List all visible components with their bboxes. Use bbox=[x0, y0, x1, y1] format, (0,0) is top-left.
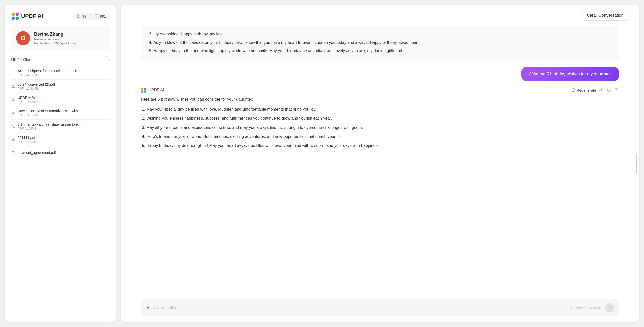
file-meta: PDF · 419.31KB bbox=[18, 140, 101, 144]
file-name: pdf24_converted (2).pdf bbox=[18, 82, 101, 86]
file-name: How to Use AI to Summarize PDF with ... bbox=[18, 109, 101, 113]
thumbs-down-button[interactable] bbox=[607, 88, 611, 92]
ai-response-item: May your special day be filled with love… bbox=[146, 106, 619, 113]
chat-icon bbox=[95, 14, 99, 18]
ai-response-item: Wishing you endless happiness, success, … bbox=[146, 115, 619, 122]
cloud-title: UPDF Cloud bbox=[11, 58, 34, 62]
file-menu-icon[interactable]: ⋮ bbox=[101, 109, 109, 117]
main-area: Clear Conversation my everything. Happy … bbox=[121, 0, 644, 327]
user-card: B Bertha Zhang Personal Account berthazh… bbox=[11, 26, 110, 50]
ai-response-header: UPDF AI Regenerate bbox=[141, 87, 619, 93]
svg-rect-2 bbox=[12, 17, 15, 20]
previous-message-list: my everything. Happy birthday, my love!A… bbox=[148, 31, 612, 54]
file-menu-icon[interactable]: ⋮ bbox=[101, 122, 109, 130]
list-item[interactable]: 2. pdf24_converted (2).pdf PDF · 10.81MB… bbox=[11, 80, 110, 93]
file-menu-icon[interactable]: ⋮ bbox=[101, 149, 109, 156]
list-item[interactable]: 3. UPDF AI Web.pdf PDF · 165.51KB ⋮ bbox=[11, 93, 110, 106]
input-area: ✦ ↵ Send / ⇧↵ Newline bbox=[121, 296, 639, 322]
user-type: Personal Account bbox=[34, 37, 76, 41]
file-menu-icon[interactable]: ⋮ bbox=[101, 83, 109, 90]
send-icon bbox=[607, 306, 611, 310]
logo-text: UPDF AI bbox=[21, 13, 43, 19]
file-number: 7. bbox=[12, 151, 18, 155]
regenerate-icon bbox=[571, 88, 575, 92]
updf-small-icon bbox=[141, 87, 146, 93]
chat-container: Clear Conversation my everything. Happy … bbox=[121, 5, 639, 322]
ai-response-content: Here are 5 birthday wishes you can consi… bbox=[141, 96, 619, 151]
file-name: payment_agreement.pdf bbox=[18, 151, 101, 155]
ai-response-item: Here's to another year of wonderful memo… bbox=[146, 133, 619, 140]
file-number: 6. bbox=[12, 138, 18, 142]
user-email: berthazhang829@gmail.com bbox=[34, 41, 76, 45]
file-info: UPDF AI Web.pdf PDF · 165.51KB bbox=[18, 96, 101, 104]
ai-response-block: UPDF AI Regenerate bbox=[141, 87, 619, 151]
input-hint: ↵ Send / ⇧↵ Newline bbox=[570, 306, 602, 310]
stat-divider bbox=[90, 14, 91, 18]
sidebar-stats: 99 991 bbox=[73, 13, 110, 20]
sidebar-logo: UPDF AI bbox=[11, 12, 43, 20]
svg-rect-10 bbox=[616, 89, 618, 92]
thumbs-up-button[interactable] bbox=[599, 88, 604, 92]
svg-rect-5 bbox=[144, 88, 146, 90]
file-menu-icon[interactable]: ⋮ bbox=[101, 96, 109, 103]
cloud-header: UPDF Cloud + bbox=[11, 56, 110, 63]
file-info: 221111.pdf PDF · 419.31KB bbox=[18, 136, 101, 144]
input-box: ✦ ↵ Send / ⇧↵ Newline bbox=[141, 299, 619, 316]
regenerate-button[interactable]: Regenerate bbox=[571, 88, 596, 92]
file-list: 1. AI_Techniques_for_Detecting_and_Dia..… bbox=[11, 66, 110, 315]
user-bubble: Write me 5 birthday wishes for my daught… bbox=[521, 67, 619, 81]
ai-response-intro: Here are 5 birthday wishes you can consi… bbox=[141, 96, 619, 103]
file-name: AI_Techniques_for_Detecting_and_Dia... bbox=[18, 69, 101, 73]
top-bar: Clear Conversation bbox=[121, 5, 639, 21]
file-name: UPDF AI Web.pdf bbox=[18, 96, 101, 100]
ai-label: UPDF AI bbox=[141, 87, 164, 93]
svg-rect-7 bbox=[144, 90, 146, 92]
send-button[interactable] bbox=[605, 303, 614, 312]
add-cloud-button[interactable]: + bbox=[103, 56, 110, 63]
doc-icon bbox=[77, 14, 81, 18]
svg-rect-6 bbox=[141, 90, 143, 92]
file-info: How to Use AI to Summarize PDF with ... … bbox=[18, 109, 101, 117]
file-meta: PDF · 1.08MB bbox=[18, 127, 101, 130]
svg-rect-9 bbox=[610, 89, 611, 90]
ai-response-item: May all your dreams and aspirations come… bbox=[146, 124, 619, 131]
file-number: 2. bbox=[12, 84, 18, 88]
file-menu-icon[interactable]: ⋮ bbox=[101, 69, 109, 77]
list-item[interactable]: 1. AI_Techniques_for_Detecting_and_Dia..… bbox=[11, 66, 110, 80]
thumbs-up-icon bbox=[599, 88, 604, 92]
sidebar-header: UPDF AI 99 991 bbox=[11, 12, 110, 20]
file-meta: PDF · 143.67KB bbox=[18, 113, 101, 117]
file-info: pdf24_converted (2).pdf PDF · 10.81MB bbox=[18, 82, 101, 90]
file-info: 3.1 - hamza - pdf translate russian to e… bbox=[18, 122, 101, 130]
user-name: Bertha Zhang bbox=[34, 32, 76, 37]
file-number: 1. bbox=[12, 71, 18, 75]
sidebar: UPDF AI 99 991 B bbox=[5, 5, 116, 322]
list-item[interactable]: 5. 3.1 - hamza - pdf translate russian t… bbox=[11, 120, 110, 133]
chat-input[interactable] bbox=[153, 306, 567, 310]
previous-message-item: my everything. Happy birthday, my love! bbox=[153, 31, 612, 37]
file-number: 4. bbox=[12, 111, 18, 115]
chat-area[interactable]: my everything. Happy birthday, my love!A… bbox=[121, 21, 639, 296]
svg-rect-3 bbox=[16, 17, 19, 20]
svg-rect-0 bbox=[12, 13, 15, 16]
file-name: 3.1 - hamza - pdf translate russian to e… bbox=[18, 122, 101, 126]
list-item[interactable]: 6. 221111.pdf PDF · 419.31KB ⋮ bbox=[11, 133, 110, 146]
clear-conversation-button[interactable]: Clear Conversation bbox=[580, 10, 631, 21]
file-meta: PDF · 165.51KB bbox=[18, 100, 101, 104]
file-number: 3. bbox=[12, 98, 18, 102]
user-message: Write me 5 birthday wishes for my daught… bbox=[141, 67, 619, 81]
list-item[interactable]: 7. payment_agreement.pdf ⋮ bbox=[11, 146, 110, 159]
previous-message-item: Happy birthday to the one who lights up … bbox=[153, 47, 612, 54]
copy-button[interactable] bbox=[614, 88, 619, 92]
ai-response-item: Happy birthday, my dear daughter! May yo… bbox=[146, 142, 619, 149]
file-info: AI_Techniques_for_Detecting_and_Dia... P… bbox=[18, 69, 101, 77]
ai-response-list: May your special day be filled with love… bbox=[141, 106, 619, 149]
ai-actions: Regenerate bbox=[571, 88, 619, 92]
list-item[interactable]: 4. How to Use AI to Summarize PDF with .… bbox=[11, 106, 110, 120]
file-menu-icon[interactable]: ⋮ bbox=[101, 136, 109, 143]
svg-rect-1 bbox=[16, 13, 19, 16]
file-meta: PDF · 10.81MB bbox=[18, 87, 101, 90]
svg-rect-4 bbox=[141, 88, 143, 90]
sparkle-icon: ✦ bbox=[146, 305, 150, 311]
previous-message-item: As you blow out the candles on your birt… bbox=[153, 39, 612, 46]
